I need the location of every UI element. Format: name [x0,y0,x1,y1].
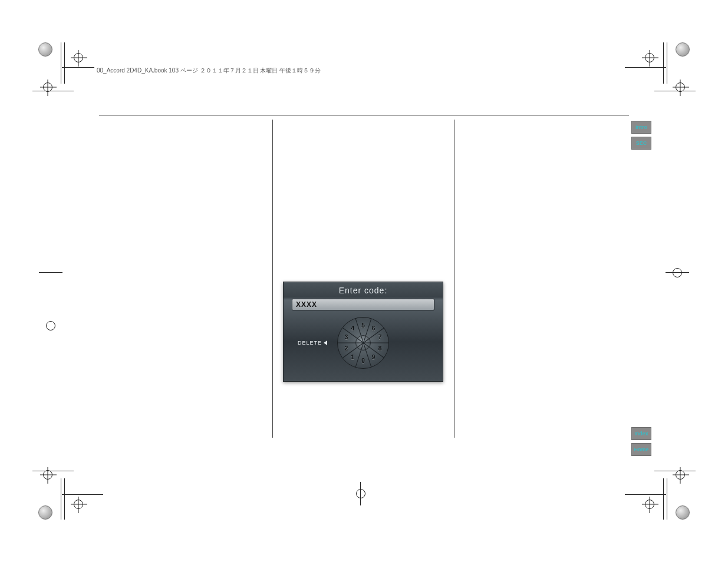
cropmark-bottom-right [637,462,690,515]
navi-delete-button[interactable]: DELETE [298,340,327,346]
dial-digit-9[interactable]: 9 [369,352,378,362]
page-top-rule [99,115,629,115]
dial-digit-1[interactable]: 1 [348,352,357,362]
navi-code-value: XXXX [296,300,317,309]
document-header: 00_Accord 2D4D_KA.book 103 ページ ２０１１年７月２１… [94,67,323,75]
column-divider-1 [272,120,273,438]
navi-dial[interactable]: 5678901234 [337,317,389,369]
cropmark-mid-bottom [356,489,365,498]
cropmark-mid-right [673,268,682,277]
dial-digit-7[interactable]: 7 [375,333,385,342]
tab-sec[interactable]: SEC [631,137,651,150]
navi-enter-code-panel: Enter code: XXXX DELETE 5678901234 [283,282,443,382]
cropmark-bottom-left [38,462,91,515]
cropmark-mid-left [46,268,99,330]
dial-digit-8[interactable]: 8 [375,343,385,353]
tab-intro[interactable]: Intro [631,121,651,134]
dial-digit-3[interactable]: 3 [341,333,351,342]
tab-index[interactable]: Index [631,427,651,440]
dial-digit-2[interactable]: 2 [341,343,351,353]
arrow-left-icon [324,340,327,345]
navi-title: Enter code: [284,286,443,295]
dial-digit-5[interactable]: 5 [358,320,368,330]
tab-home[interactable]: Home [631,443,651,456]
dial-digit-0[interactable]: 0 [358,356,368,365]
navi-code-input[interactable]: XXXX [292,299,434,310]
dial-digit-4[interactable]: 4 [348,324,357,333]
navi-delete-label: DELETE [298,340,322,346]
column-divider-2 [454,120,454,438]
cropmark-top-right [637,47,690,100]
dial-digit-6[interactable]: 6 [369,324,378,333]
cropmark-top-left [38,47,91,100]
